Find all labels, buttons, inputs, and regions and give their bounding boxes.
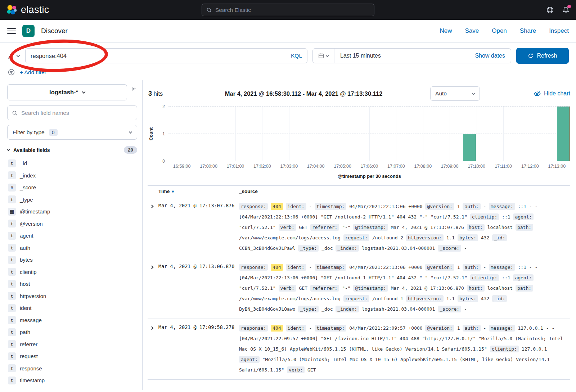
results-header: 3 hits Mar 4, 2021 @ 16:58:30.112 - Mar …	[148, 84, 570, 105]
available-fields-count: 20	[124, 146, 137, 154]
field-key: verb:	[279, 224, 296, 231]
field-key: bytes:	[458, 295, 478, 302]
alerts-bell-icon[interactable]	[562, 6, 570, 14]
field-key: @version:	[425, 264, 454, 271]
field-item[interactable]: t_index	[7, 170, 137, 182]
field-item[interactable]: t@version	[7, 218, 137, 230]
field-item[interactable]: tident	[7, 302, 137, 314]
show-dates-button[interactable]: Show dates	[475, 53, 511, 59]
field-value: Mar 4, 2021 @ 17:13:06.870	[391, 285, 464, 291]
time-range-value[interactable]: Last 15 minutes	[334, 53, 475, 59]
elastic-home-link[interactable]: elastic	[6, 4, 49, 15]
field-value: 04/Mar/2021:22:13:06 +0000	[349, 204, 423, 209]
field-item[interactable]: thttpversion	[7, 290, 137, 302]
add-filter-button[interactable]: + Add filter	[20, 69, 46, 76]
x-tick-label: 16:59:00	[173, 164, 191, 169]
field-value: "-"	[342, 285, 350, 291]
field-name: timestamp	[20, 377, 45, 383]
field-item[interactable]: tauth	[7, 242, 137, 254]
field-name: bytes	[20, 257, 33, 263]
field-key: message:	[489, 325, 515, 332]
field-item[interactable]: #_score	[7, 181, 137, 194]
field-item[interactable]: trequest	[7, 350, 137, 362]
field-key: httpversion:	[406, 234, 444, 241]
global-topbar: elastic	[0, 0, 576, 20]
field-key: request:	[343, 295, 370, 302]
histogram-bar[interactable]	[463, 134, 476, 161]
header-action-share[interactable]: Share	[520, 27, 536, 35]
field-item[interactable]: t_id	[7, 157, 137, 170]
saved-query-menu-button[interactable]	[7, 53, 20, 59]
filter-by-type-select[interactable]: Filter by type 0	[7, 125, 137, 140]
v-gridline	[450, 107, 450, 161]
source-column-header: _source	[239, 189, 570, 194]
doc-rows: Mar 4, 2021 @ 17:13:07.876response: 404 …	[148, 197, 570, 380]
histogram-chart: Count 012 16:59:0017:00:0017:01:0017:02:…	[148, 107, 570, 179]
field-item[interactable]: tmessage	[7, 314, 137, 326]
x-tick-label: 17:07:00	[387, 164, 405, 169]
calendar-button[interactable]	[313, 49, 334, 63]
field-item[interactable]: tpath	[7, 326, 137, 338]
string-field-type-icon: t	[8, 232, 16, 240]
refresh-icon	[528, 53, 534, 59]
hide-chart-button[interactable]: Hide chart	[534, 90, 570, 97]
expand-row-button[interactable]	[148, 201, 158, 253]
field-key: agent:	[513, 213, 534, 220]
number-field-type-icon: #	[8, 184, 16, 192]
expand-row-button[interactable]	[148, 262, 158, 314]
field-value: -	[483, 325, 486, 331]
field-item[interactable]: t_type	[7, 194, 137, 206]
header-action-new[interactable]: New	[440, 27, 452, 35]
header-action-open[interactable]: Open	[492, 27, 507, 35]
header-actions: NewSaveOpenShareInspect	[440, 27, 569, 35]
interval-value: Auto	[435, 90, 447, 97]
field-value: -	[483, 204, 486, 209]
refresh-button[interactable]: Refresh	[516, 48, 569, 64]
v-gridline	[289, 107, 289, 161]
time-column-header[interactable]: Time ▾	[158, 189, 239, 194]
global-search[interactable]	[202, 4, 374, 16]
chart-x-axis: 16:59:0017:00:0017:01:0017:02:0017:03:00…	[168, 161, 570, 170]
collapse-sidebar-icon[interactable]	[131, 86, 137, 92]
string-field-type-icon: t	[8, 220, 16, 227]
query-language-button[interactable]: KQL	[287, 53, 302, 59]
query-input-box[interactable]: KQL	[25, 48, 307, 63]
field-item[interactable]: ▦@timestamp	[7, 206, 137, 218]
header-action-save[interactable]: Save	[465, 27, 479, 35]
field-item[interactable]: thost	[7, 278, 137, 290]
x-tick-label: 17:02:00	[253, 164, 271, 169]
field-search[interactable]	[7, 105, 137, 120]
field-value: /notfound-1	[372, 296, 403, 301]
field-key: _score:	[438, 245, 461, 252]
field-item[interactable]: tagent	[7, 230, 137, 242]
chevron-down-icon	[326, 54, 329, 57]
interval-select[interactable]: Auto	[430, 86, 480, 101]
global-search-input[interactable]	[215, 7, 370, 13]
field-name: auth	[20, 245, 30, 251]
field-key: host:	[467, 224, 485, 231]
query-input[interactable]	[31, 53, 287, 59]
field-item[interactable]: tclientip	[7, 266, 137, 278]
hits-count: 3	[148, 90, 152, 97]
menu-button[interactable]	[7, 27, 16, 35]
field-name: response	[20, 365, 42, 371]
field-item[interactable]: ttimestamp	[7, 374, 137, 387]
field-item[interactable]: treferrer	[7, 338, 137, 351]
string-field-type-icon: t	[8, 256, 16, 264]
v-gridline	[182, 107, 182, 161]
header-action-inspect[interactable]: Inspect	[549, 27, 569, 35]
histogram-bar[interactable]	[557, 107, 570, 161]
field-search-input[interactable]	[21, 110, 132, 116]
x-tick-label: 17:13:00	[548, 164, 566, 169]
expand-row-button[interactable]	[148, 323, 158, 375]
field-item[interactable]: tresponse	[7, 362, 137, 375]
field-value: 404	[271, 203, 283, 210]
index-pattern-select[interactable]: logstash-*	[7, 84, 127, 100]
field-value: -	[309, 265, 312, 270]
field-item[interactable]: tbytes	[7, 254, 137, 266]
global-filter-icon[interactable]	[8, 69, 15, 76]
help-icon[interactable]	[546, 6, 554, 14]
v-gridline	[396, 107, 396, 161]
pencil-icon	[8, 53, 14, 59]
available-fields-header[interactable]: Available fields 20	[7, 146, 137, 154]
